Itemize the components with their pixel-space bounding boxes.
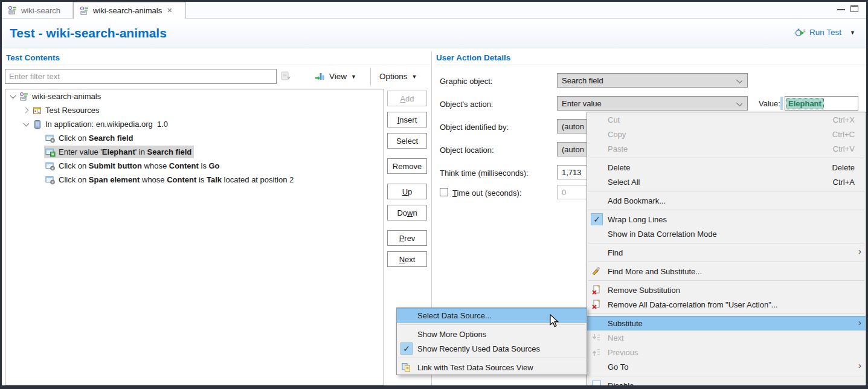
menu-item-find-more-and-substitute[interactable]: Find More and Substitute...	[587, 264, 866, 278]
brush-icon	[591, 266, 601, 278]
menu-item-remove-all-data-correlation[interactable]: Remove All Data-correlation from "User A…	[587, 297, 866, 312]
add-button[interactable]: Add	[387, 91, 427, 106]
tree-row-label: Test Resources	[45, 106, 100, 115]
menu-item-go-to[interactable]: Go To›	[587, 359, 866, 374]
menu-separator	[588, 210, 864, 210]
click-action-icon	[45, 161, 56, 171]
chevron-down-icon[interactable]	[22, 120, 31, 129]
substituted-value[interactable]: Elephant	[786, 98, 823, 109]
value-label: Value:	[759, 99, 780, 108]
menu-item-link-with-test-data-sources-view[interactable]: Link with Test Data Sources View	[397, 360, 587, 375]
toolbar-separator	[370, 68, 371, 85]
object-location-label: Object location:	[440, 146, 494, 155]
minimize-button[interactable]	[837, 9, 845, 10]
menu-item-substitute[interactable]: Substitute›	[587, 316, 866, 330]
arrow-up-icon	[591, 347, 601, 359]
menu-item-delete[interactable]: DeleteDelete	[587, 160, 866, 175]
menu-item-remove-substitution[interactable]: Remove Substitution	[587, 283, 866, 297]
run-test-button[interactable]: Run Test ▼	[795, 27, 855, 37]
submenu-arrow-icon: ›	[858, 360, 861, 370]
menu-item-paste[interactable]: PasteCtrl+V	[587, 141, 866, 156]
object-identified-label: Object identified by:	[440, 123, 509, 132]
tree-row-test-resources[interactable]: Test Resources	[5, 103, 384, 117]
menu-separator	[588, 313, 864, 314]
tree-row-label: Click on Span element whose Content is T…	[59, 175, 294, 184]
menu-item-copy[interactable]: CopyCtrl+C	[587, 127, 866, 141]
tree-row-root[interactable]: wiki-search-animals	[5, 89, 384, 103]
remove-substitution-icon	[591, 285, 601, 297]
check-icon: ✓	[400, 342, 413, 355]
time-out-label: Time out (seconds):	[452, 188, 521, 198]
tree-row-click-submit-go[interactable]: Click on Submit button whose Content is …	[5, 159, 384, 173]
test-icon	[8, 5, 18, 15]
run-test-icon	[795, 27, 806, 37]
tree-row-click-search-field[interactable]: Click on Search field	[5, 131, 384, 145]
chevron-down-icon	[736, 100, 742, 106]
filter-input[interactable]	[5, 69, 277, 84]
menu-separator	[588, 158, 864, 158]
context-menu: CutCtrl+X CopyCtrl+C PasteCtrl+V DeleteD…	[587, 112, 866, 389]
up-button[interactable]: Up	[387, 184, 427, 199]
menu-item-show-recently-used-data-sources[interactable]: ✓Show Recently Used Data Sources	[397, 341, 587, 356]
filter-settings-icon[interactable]	[280, 71, 292, 84]
application-icon	[33, 120, 42, 129]
tree-row-label: Click on Submit button whose Content is …	[59, 161, 220, 170]
run-test-label: Run Test	[809, 28, 841, 37]
arrow-down-icon	[591, 333, 601, 344]
menu-item-wrap-long-lines[interactable]: ✓Wrap Long Lines	[587, 212, 866, 227]
menu-separator	[588, 262, 864, 262]
window-frame	[0, 385, 868, 389]
test-icon	[19, 92, 29, 101]
test-contents-tree: wiki-search-animals Test Resources In ap…	[5, 89, 384, 385]
run-test-dropdown-icon[interactable]: ▼	[850, 30, 855, 36]
select-button[interactable]: Select	[387, 133, 427, 149]
menu-item-cut[interactable]: CutCtrl+X	[587, 112, 866, 127]
click-action-icon	[45, 175, 56, 185]
close-icon[interactable]: ✕	[167, 7, 172, 14]
menu-item-next[interactable]: Next	[587, 330, 866, 345]
menu-item-show-more-options[interactable]: Show More Options	[397, 327, 587, 341]
maximize-button[interactable]	[850, 5, 858, 12]
next-button[interactable]: Next	[387, 251, 427, 267]
prev-button[interactable]: Prev	[387, 230, 427, 246]
value-input[interactable]: Elephant	[785, 96, 858, 111]
options-dropdown[interactable]: Options ▼	[379, 68, 417, 85]
remove-substitution-icon	[591, 300, 601, 311]
view-dropdown[interactable]: View ▼	[315, 68, 356, 85]
remove-button[interactable]: Remove	[387, 158, 427, 174]
chevron-down-icon[interactable]	[8, 92, 18, 101]
menu-item-select-all[interactable]: Select AllCtrl+A	[587, 175, 866, 189]
tree-row-label: wiki-search-animals	[32, 92, 101, 101]
page-title: Test - wiki-search-animals	[10, 26, 167, 40]
tree-row-click-span-talk[interactable]: Click on Span element whose Content is T…	[5, 173, 384, 187]
options-dropdown-icon: ▼	[412, 74, 417, 80]
substitution-marker	[780, 97, 783, 110]
tree-row-label: Enter value 'Elephant' in Search field	[59, 147, 191, 156]
menu-item-previous[interactable]: Previous	[587, 345, 866, 359]
check-icon: ✓	[591, 213, 603, 225]
menu-item-show-in-data-correlation-mode[interactable]: Show in Data Correlation Mode	[587, 227, 866, 241]
objects-action-select[interactable]: Enter value	[557, 96, 748, 111]
view-label: View	[329, 72, 347, 81]
graphic-object-label: Graphic object:	[440, 77, 492, 86]
menu-item-add-bookmark[interactable]: Add Bookmark...	[587, 193, 866, 208]
menu-separator	[588, 376, 864, 376]
editor-title-band: Test - wiki-search-animals Run Test ▼	[2, 19, 866, 48]
insert-button[interactable]: Insert	[387, 112, 427, 127]
divider	[436, 65, 866, 65]
click-action-icon	[45, 133, 56, 143]
enter-value-action-icon	[45, 147, 56, 157]
chevron-right-icon[interactable]	[22, 106, 31, 115]
window-frame	[0, 0, 2, 389]
down-button[interactable]: Down	[387, 205, 427, 220]
submenu-arrow-icon: ›	[858, 246, 861, 256]
graphic-object-select[interactable]: Search field	[557, 73, 748, 88]
view-dropdown-icon: ▼	[351, 74, 356, 80]
tab-wiki-search[interactable]: wiki-search	[2, 2, 73, 19]
tab-wiki-search-animals[interactable]: wiki-search-animals ✕	[73, 2, 186, 19]
tree-row-application[interactable]: In application: en.wikipedia.org 1.0	[5, 117, 384, 131]
tree-row-enter-value-elephant[interactable]: Enter value 'Elephant' in Search field	[5, 145, 384, 159]
time-out-checkbox[interactable]	[440, 188, 448, 196]
application-window: wiki-search wiki-search-animals ✕ Test -…	[0, 0, 868, 389]
menu-item-find[interactable]: Find›	[587, 245, 866, 260]
